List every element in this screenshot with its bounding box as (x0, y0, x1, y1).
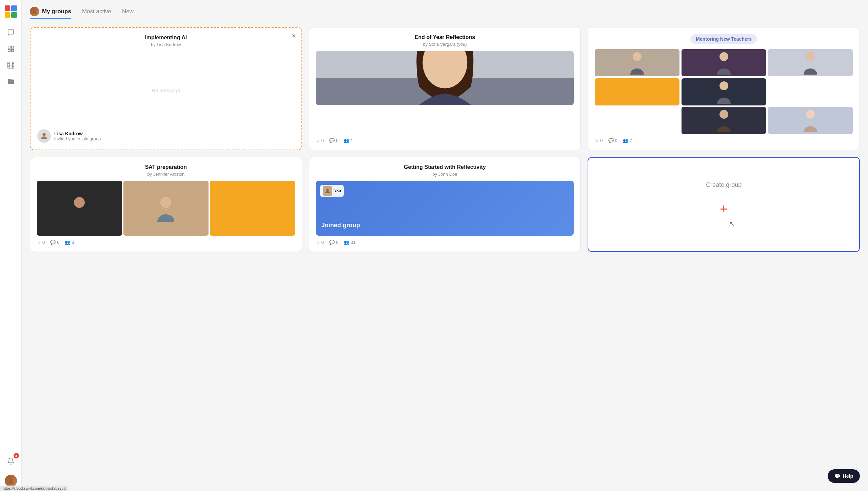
no-message-text: No message (37, 51, 295, 129)
url-bar: https://cloud.swivl.com/skills/skill/226… (0, 486, 68, 491)
footer-user-info: Lisa Kudrow invited you to join group (54, 131, 101, 141)
member-thumb-4 (682, 78, 766, 105)
stat-stars: ☆ 0 (316, 138, 324, 143)
tab-my-groups-label: My groups (42, 8, 71, 15)
cursor-icon: ↖ (729, 220, 735, 228)
star-count: 0 (321, 240, 324, 245)
logo-red (5, 5, 11, 11)
film-icon[interactable] (4, 58, 18, 72)
svg-point-12 (9, 478, 12, 481)
member-thumb-3 (595, 78, 679, 105)
card-title: End of Year Reflections (316, 34, 574, 40)
members-icon: 👥 (344, 240, 349, 245)
star-icon: ☆ (595, 138, 599, 143)
svg-point-27 (74, 197, 85, 208)
tab-bar: My groups Most active New (30, 7, 860, 19)
comment-count: 0 (57, 240, 59, 245)
svg-point-22 (719, 52, 728, 61)
you-badge: You (320, 185, 344, 197)
notification-wrapper[interactable]: 8 (4, 454, 18, 471)
svg-point-21 (633, 52, 642, 61)
star-icon: ☆ (316, 240, 320, 245)
card-portrait (316, 51, 574, 105)
member-thumb-5 (682, 107, 766, 134)
member-count: 7 (630, 138, 632, 143)
svg-point-25 (719, 110, 728, 119)
groups-grid: ✕ Implementing AI by Lisa Kudrow No mess… (30, 27, 860, 252)
joined-text: Joined group (321, 222, 360, 229)
group-card-end-of-year[interactable]: End of Year Reflections by Sofia Vergara… (309, 27, 581, 150)
close-button[interactable]: ✕ (292, 33, 296, 39)
collage-orange (210, 181, 295, 236)
footer-user-action: invited you to join group (54, 136, 101, 141)
user-avatar[interactable] (5, 475, 17, 487)
help-label: Help (843, 473, 853, 479)
member-count: 3 (72, 240, 74, 245)
stat-members: 👥 31 (344, 240, 355, 245)
card-stats: ☆ 0 💬 0 👥 3 (37, 240, 295, 245)
member-collage (37, 181, 295, 236)
members-icon: 👥 (344, 138, 349, 143)
help-button[interactable]: 💬 Help (828, 469, 860, 483)
stat-stars: ☆ 0 (316, 240, 324, 245)
stat-comments: 💬 0 (329, 240, 338, 245)
notification-badge: 8 (14, 453, 19, 458)
joined-banner: You Joined group (316, 181, 574, 236)
app-logo[interactable] (3, 4, 18, 19)
card-stats: ☆ 0 💬 0 👥 31 (316, 240, 574, 245)
tab-most-active[interactable]: Most active (82, 8, 111, 18)
group-card-create[interactable]: Create group + ↖ (588, 157, 860, 252)
svg-rect-0 (8, 46, 10, 48)
create-group-title: Create group (706, 181, 742, 189)
svg-point-29 (326, 189, 329, 191)
tab-most-active-label: Most active (82, 8, 111, 15)
stat-stars: ☆ 0 (595, 138, 603, 143)
star-count: 0 (321, 138, 324, 143)
comment-icon: 💬 (608, 138, 614, 143)
member-grid-row2 (595, 107, 853, 134)
chat-icon[interactable] (4, 26, 18, 39)
card-subtitle: by Lisa Kudrow (37, 42, 295, 47)
collage-man (37, 181, 122, 236)
group-card-implementing-ai[interactable]: ✕ Implementing AI by Lisa Kudrow No mess… (30, 27, 302, 150)
help-chat-icon: 💬 (834, 473, 840, 479)
group-card-getting-started[interactable]: Getting Started with Reflectivity by Joh… (309, 157, 581, 252)
svg-point-26 (806, 110, 815, 119)
member-grid (595, 49, 853, 105)
tab-my-groups[interactable]: My groups (30, 7, 71, 19)
card-subtitle: by Jennifer Aniston (37, 172, 295, 177)
card-title: Getting Started with Reflectivity (316, 164, 574, 170)
star-icon: ☆ (37, 240, 41, 245)
comment-icon: 💬 (329, 138, 335, 143)
logo-blue (11, 5, 17, 11)
card-stats: ☆ 0 💬 0 👥 7 (595, 138, 853, 143)
members-icon: 👥 (623, 138, 628, 143)
tab-new[interactable]: New (122, 8, 134, 18)
tab-new-label: New (122, 8, 134, 15)
member-count: 1 (351, 138, 353, 143)
stat-members: 👥 3 (65, 240, 74, 245)
dashboard-icon[interactable] (4, 42, 18, 56)
comment-count: 0 (336, 240, 338, 245)
group-card-mentoring[interactable]: Mentoring New Teachers ☆ 0 💬 0 👥 7 (588, 27, 860, 150)
folder-icon[interactable] (4, 75, 18, 88)
logo-green (11, 12, 17, 18)
group-card-sat[interactable]: SAT preparation by Jennifer Aniston (30, 157, 302, 252)
you-label: You (334, 189, 341, 193)
plus-icon: + (720, 202, 728, 216)
sidebar-bottom: 8 (4, 454, 18, 487)
members-icon: 👥 (65, 240, 70, 245)
svg-point-28 (160, 197, 171, 208)
comment-icon: 💬 (50, 240, 56, 245)
stat-stars: ☆ 0 (37, 240, 45, 245)
collage-woman (123, 181, 209, 236)
stat-comments: 💬 0 (50, 240, 59, 245)
member-count: 31 (351, 240, 355, 245)
svg-point-14 (42, 133, 45, 136)
create-group-icon-area: + (720, 202, 728, 216)
card-title: Implementing AI (37, 35, 295, 41)
stat-members: 👥 1 (344, 138, 353, 143)
svg-point-13 (34, 9, 36, 12)
stat-comments: 💬 0 (608, 138, 617, 143)
star-count: 0 (42, 240, 45, 245)
